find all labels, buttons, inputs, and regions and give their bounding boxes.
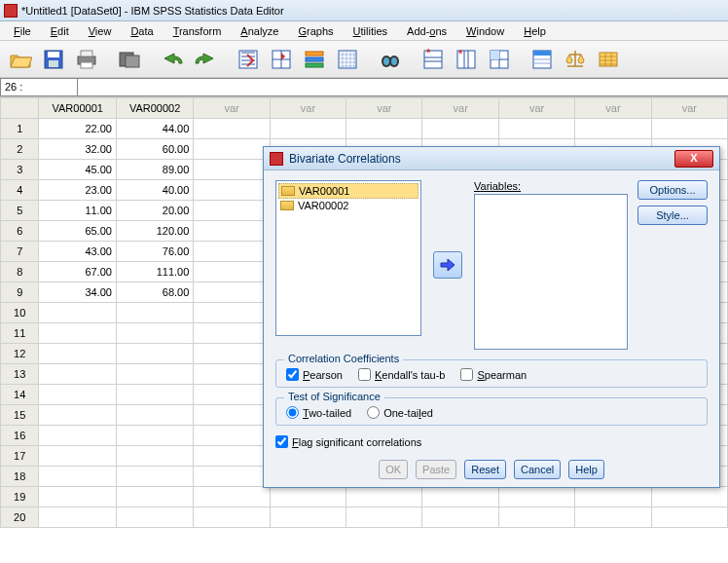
grid-cell[interactable] <box>116 405 193 426</box>
menu-view[interactable]: View <box>79 23 122 39</box>
grid-cell[interactable] <box>422 487 498 507</box>
grid-cell[interactable] <box>498 507 574 528</box>
menu-addons[interactable]: Add-ons <box>397 23 456 39</box>
row-header[interactable]: 16 <box>1 426 39 446</box>
grid-cell[interactable] <box>651 487 727 507</box>
grid-cell[interactable] <box>116 507 193 528</box>
grid-cell[interactable]: 120.00 <box>116 221 193 242</box>
grid-cell[interactable] <box>194 262 270 282</box>
grid-cell[interactable] <box>39 385 116 405</box>
grid-cell[interactable] <box>116 344 193 364</box>
grid-cell[interactable] <box>422 507 498 528</box>
grid-cell[interactable] <box>116 303 193 323</box>
grid-cell[interactable]: 111.00 <box>116 262 193 282</box>
spearman-checkbox[interactable]: Spearman <box>460 368 527 381</box>
menu-graphs[interactable]: Graphs <box>288 23 343 39</box>
split-button[interactable] <box>485 45 514 74</box>
col-header-2[interactable]: VAR00002 <box>116 98 193 119</box>
menu-analyze[interactable]: Analyze <box>231 23 288 39</box>
grid-cell[interactable] <box>194 507 270 528</box>
col-header-empty[interactable]: var <box>270 98 346 119</box>
insert-case-button[interactable]: * <box>419 45 448 74</box>
recall-button[interactable] <box>115 45 144 74</box>
row-header[interactable]: 9 <box>1 282 39 303</box>
grid-cell[interactable]: 89.00 <box>116 160 193 180</box>
grid-cell[interactable] <box>116 385 193 405</box>
grid-cell[interactable] <box>116 323 193 344</box>
grid-cell[interactable] <box>498 487 574 507</box>
print-button[interactable] <box>72 45 101 74</box>
grid-cell[interactable]: 11.00 <box>39 201 116 221</box>
grid-cell[interactable]: 32.00 <box>39 139 116 160</box>
flag-checkbox[interactable]: Flag significant correlations <box>275 435 421 448</box>
grid-cell[interactable] <box>194 282 270 303</box>
grid-cell[interactable] <box>194 242 270 262</box>
list-item[interactable]: VAR00001 <box>278 183 419 199</box>
grid-cell[interactable] <box>194 344 270 364</box>
value-labels-button[interactable] <box>594 45 623 74</box>
grid-cell[interactable] <box>270 507 346 528</box>
grid-cell[interactable] <box>39 344 116 364</box>
row-header[interactable]: 3 <box>1 160 39 180</box>
grid-cell[interactable] <box>194 405 270 426</box>
grid-cell[interactable] <box>39 364 116 385</box>
grid-cell[interactable] <box>194 487 270 507</box>
grid-cell[interactable]: 60.00 <box>116 139 193 160</box>
reset-button[interactable]: Reset <box>464 460 506 479</box>
grid-cell[interactable] <box>651 507 727 528</box>
redo-button[interactable] <box>191 45 220 74</box>
menu-help[interactable]: Help <box>514 23 556 39</box>
grid-cell[interactable] <box>575 507 651 528</box>
row-header[interactable]: 14 <box>1 385 39 405</box>
list-item[interactable]: VAR00002 <box>278 199 419 212</box>
kendall-checkbox[interactable]: Kendall's tau-b <box>358 368 445 381</box>
col-header-1[interactable]: VAR00001 <box>39 98 116 119</box>
grid-cell[interactable]: 68.00 <box>116 282 193 303</box>
grid-cell[interactable] <box>194 426 270 446</box>
grid-cell[interactable] <box>194 160 270 180</box>
grid-cell[interactable] <box>422 119 498 139</box>
col-header-empty[interactable]: var <box>498 98 574 119</box>
row-header[interactable]: 8 <box>1 262 39 282</box>
grid-cell[interactable] <box>194 221 270 242</box>
source-variables-list[interactable]: VAR00001 VAR00002 <box>275 180 421 336</box>
find-button[interactable] <box>333 45 362 74</box>
grid-cell[interactable] <box>194 119 270 139</box>
row-header[interactable]: 12 <box>1 344 39 364</box>
close-icon[interactable]: X <box>674 150 713 168</box>
grid-cell[interactable]: 45.00 <box>39 160 116 180</box>
grid-cell[interactable] <box>346 119 422 139</box>
menu-transform[interactable]: Transform <box>164 23 232 39</box>
goto-var-button[interactable] <box>267 45 296 74</box>
row-header[interactable]: 7 <box>1 242 39 262</box>
grid-cell[interactable] <box>116 487 193 507</box>
menu-window[interactable]: Window <box>456 23 514 39</box>
grid-cell[interactable]: 76.00 <box>116 242 193 262</box>
grid-cell[interactable] <box>346 487 422 507</box>
dialog-titlebar[interactable]: Bivariate Correlations X <box>264 147 719 170</box>
grid-cell[interactable] <box>39 303 116 323</box>
grid-cell[interactable]: 23.00 <box>39 180 116 201</box>
grid-cell[interactable]: 43.00 <box>39 242 116 262</box>
grid-cell[interactable]: 65.00 <box>39 221 116 242</box>
col-header-empty[interactable]: var <box>194 98 270 119</box>
grid-cell[interactable]: 22.00 <box>39 119 116 139</box>
formula-bar[interactable] <box>78 78 728 96</box>
menu-edit[interactable]: Edit <box>41 23 79 39</box>
move-right-button[interactable] <box>433 251 462 279</box>
one-tailed-radio[interactable]: One-tailed <box>367 406 433 419</box>
grid-cell[interactable] <box>651 119 727 139</box>
cancel-button[interactable]: Cancel <box>514 460 561 479</box>
grid-cell[interactable] <box>194 323 270 344</box>
weight-button[interactable] <box>528 45 557 74</box>
grid-cell[interactable] <box>116 364 193 385</box>
grid-cell[interactable] <box>270 487 346 507</box>
row-header[interactable]: 4 <box>1 180 39 201</box>
row-header[interactable]: 17 <box>1 446 39 467</box>
grid-cell[interactable] <box>39 487 116 507</box>
grid-cell[interactable]: 40.00 <box>116 180 193 201</box>
open-button[interactable] <box>6 45 35 74</box>
row-header[interactable]: 15 <box>1 405 39 426</box>
menu-data[interactable]: Data <box>121 23 163 39</box>
grid-cell[interactable] <box>194 446 270 467</box>
